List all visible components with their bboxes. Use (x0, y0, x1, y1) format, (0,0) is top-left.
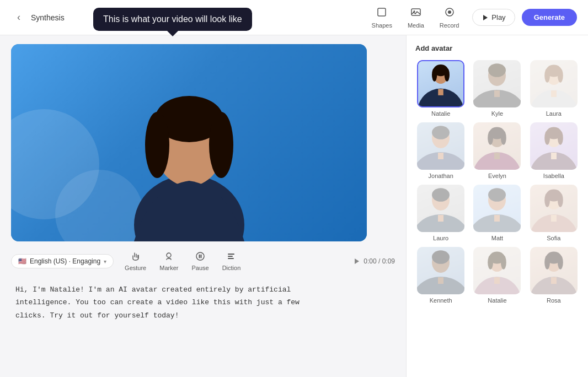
svg-rect-54 (438, 215, 443, 222)
media-label: Media (408, 22, 424, 29)
back-button[interactable]: ‹ (11, 10, 26, 25)
pause-icon (195, 251, 205, 263)
generate-button[interactable]: Generate (522, 9, 577, 26)
language-selector[interactable]: 🇺🇸 English (US) · Engaging ▾ (11, 254, 114, 268)
avatar-image-laura (530, 60, 578, 107)
svg-rect-15 (199, 255, 200, 258)
svg-point-76 (501, 255, 506, 270)
record-tool[interactable]: Record (440, 7, 459, 29)
tooltip: This is what your video will look like (93, 8, 252, 31)
avatar-image-matt (473, 185, 521, 232)
gesture-tool[interactable]: Gesture (125, 251, 146, 271)
avatar-figure (106, 54, 272, 241)
avatar-image-rosa (530, 247, 578, 294)
avatar-name-sofia: Sofia (547, 235, 560, 241)
svg-rect-48 (551, 153, 557, 159)
pause-tool[interactable]: Pause (191, 251, 209, 271)
avatar-card-evelyn[interactable]: Evelyn (472, 122, 522, 179)
avatar-svg-natalie2 (473, 247, 521, 294)
avatar-card-natalie2[interactable]: Natalie (472, 247, 522, 304)
svg-rect-68 (438, 277, 443, 284)
svg-point-40 (432, 126, 450, 139)
svg-rect-22 (438, 89, 443, 95)
record-icon (444, 7, 455, 20)
svg-point-60 (488, 188, 506, 202)
left-panel: 🇺🇸 English (US) · Engaging ▾ Gesture (0, 35, 406, 377)
avatar-card-kenneth[interactable]: Kenneth (415, 247, 466, 304)
diction-label: Diction (222, 265, 241, 271)
svg-rect-19 (228, 258, 234, 259)
svg-rect-58 (494, 215, 500, 222)
avatar-svg-jonathan (417, 122, 464, 170)
avatar-svg-natalie (418, 60, 463, 106)
time-display: 0:00 / 0:09 (354, 257, 395, 265)
svg-point-30 (488, 63, 506, 77)
svg-marker-20 (355, 258, 359, 264)
avatar-name-kyle: Kyle (491, 110, 503, 117)
avatar-card-laura[interactable]: Laura (528, 60, 579, 117)
avatar-name-natalie2: Natalie (488, 297, 506, 304)
svg-point-81 (544, 255, 550, 270)
svg-point-4 (448, 10, 451, 14)
avatar-name-rosa: Rosa (547, 297, 561, 304)
play-small-icon (354, 258, 360, 265)
svg-rect-17 (228, 254, 234, 255)
avatar-card-jonathan[interactable]: Jonathan (415, 122, 466, 179)
svg-point-35 (544, 68, 550, 83)
avatar-name-jonathan: Jonathan (429, 173, 453, 179)
language-label: English (US) · Engaging (30, 257, 100, 265)
marker-icon (164, 251, 174, 263)
gesture-label: Gesture (125, 265, 146, 271)
avatar-svg-isabella (530, 122, 578, 170)
avatar-card-kyle[interactable]: Kyle (472, 60, 522, 117)
avatar-svg-lauro (417, 185, 464, 232)
shapes-icon (376, 7, 387, 20)
avatar-name-evelyn: Evelyn (488, 173, 506, 179)
svg-point-14 (196, 252, 204, 260)
play-button[interactable]: Play (472, 9, 515, 26)
script-text[interactable]: Hi, I'm Natalie! I'm an AI avatar create… (11, 281, 395, 324)
avatar-name-isabella: Isabella (543, 173, 564, 179)
svg-point-26 (445, 68, 450, 82)
avatar-card-lauro[interactable]: Lauro (415, 185, 466, 241)
avatar-name-lauro: Lauro (433, 235, 448, 241)
main-layout: 🇺🇸 English (US) · Engaging ▾ Gesture (0, 35, 588, 377)
time-value: 0:00 / 0:09 (364, 257, 395, 265)
right-panel: Add avatar Natalie Kyle Laura (406, 35, 588, 377)
marker-tool[interactable]: Marker (159, 251, 178, 271)
avatar-card-sofia[interactable]: Sofia (528, 185, 579, 241)
avatar-card-natalie[interactable]: Natalie (415, 60, 466, 117)
add-avatar-title: Add avatar (415, 44, 579, 52)
gesture-icon (131, 251, 141, 263)
shapes-tool[interactable]: Shapes (372, 7, 392, 29)
svg-rect-18 (228, 256, 233, 257)
flag-icon: 🇺🇸 (18, 257, 26, 265)
shapes-label: Shapes (372, 22, 392, 29)
svg-rect-72 (494, 277, 500, 284)
avatar-name-matt: Matt (491, 235, 503, 241)
avatar-card-matt[interactable]: Matt (472, 185, 522, 241)
controls-bar: 🇺🇸 English (US) · Engaging ▾ Gesture (11, 248, 395, 274)
header: ‹ Synthesis Shapes Media (0, 0, 588, 35)
svg-point-25 (432, 68, 437, 82)
avatar-image-sofia (530, 185, 578, 232)
diction-tool[interactable]: Diction (222, 251, 241, 271)
svg-rect-32 (551, 90, 557, 97)
media-tool[interactable]: Media (408, 7, 424, 29)
avatar-image-natalie2 (473, 247, 521, 294)
tool-bar: Shapes Media Record (372, 7, 459, 29)
avatar-name-laura: Laura (546, 110, 562, 117)
avatar-card-isabella[interactable]: Isabella (528, 122, 579, 179)
avatar-name-kenneth: Kenneth (430, 297, 452, 304)
chevron-down-icon: ▾ (104, 258, 106, 265)
pause-label: Pause (191, 265, 209, 271)
svg-rect-42 (494, 153, 500, 159)
svg-point-52 (558, 131, 563, 145)
avatar-image-natalie (417, 60, 464, 107)
svg-point-45 (488, 131, 494, 145)
avatar-card-rosa[interactable]: Rosa (528, 247, 579, 304)
svg-point-51 (544, 131, 550, 145)
avatar-svg-evelyn (473, 122, 521, 170)
svg-point-65 (544, 193, 550, 207)
svg-rect-78 (551, 277, 557, 284)
